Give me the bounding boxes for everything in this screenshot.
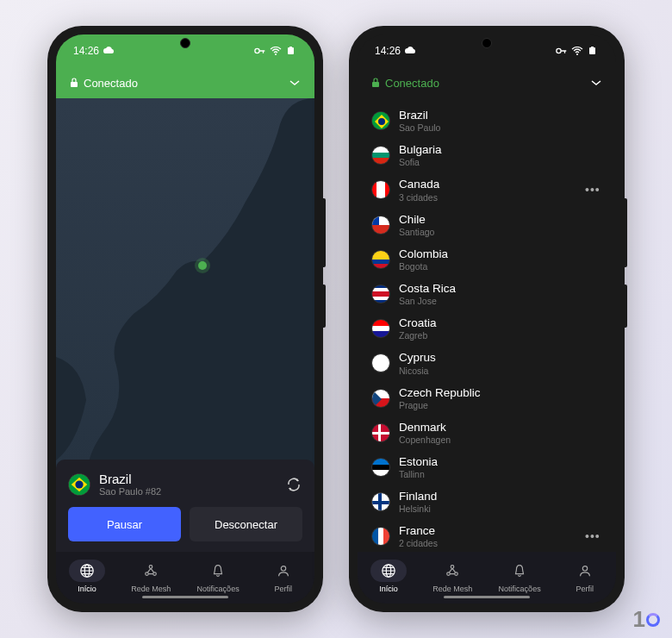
chevron-down-icon[interactable] <box>590 79 602 86</box>
flag-brazil-icon <box>68 473 90 496</box>
country-item[interactable]: Czech RepublicPrague <box>366 381 607 416</box>
flag-co-icon <box>371 250 390 269</box>
flag-hr-icon <box>371 319 390 338</box>
country-name: Czech Republic <box>399 386 602 400</box>
svg-point-7 <box>75 480 83 488</box>
profile-icon <box>276 563 291 579</box>
vpn-key-icon <box>254 47 266 55</box>
country-sub: Zagreb <box>399 330 602 341</box>
svg-rect-16 <box>589 47 595 54</box>
svg-point-10 <box>150 565 153 568</box>
country-name: Denmark <box>399 421 602 435</box>
more-options-icon[interactable]: ••• <box>585 183 602 197</box>
country-name: Estonia <box>399 455 602 469</box>
country-name: Finland <box>399 490 602 504</box>
country-sub: Copenhagen <box>399 435 602 445</box>
nav-mesh[interactable]: Rede Mesh <box>124 556 177 597</box>
svg-rect-2 <box>288 47 294 54</box>
nav-notifications[interactable]: Notificações <box>190 556 246 597</box>
vpn-status-icon <box>103 47 115 55</box>
wifi-icon <box>571 47 583 55</box>
more-options-icon[interactable]: ••• <box>585 529 602 543</box>
country-item[interactable]: France2 cidades••• <box>366 519 607 552</box>
country-item[interactable]: BrazilSao Paulo <box>366 103 607 138</box>
camera-cutout <box>482 38 492 48</box>
flag-cz-icon <box>371 389 390 408</box>
flag-cl-icon <box>371 216 390 235</box>
profile-icon <box>577 563 593 579</box>
screen-left: 14:26 Conectado <box>56 34 314 604</box>
flag-bg-icon <box>371 146 390 165</box>
svg-point-24 <box>451 565 455 568</box>
svg-point-14 <box>557 48 561 53</box>
camera-cutout <box>180 38 190 48</box>
country-item[interactable]: FinlandHelsinki <box>366 485 607 519</box>
nav-mesh[interactable]: Rede Mesh <box>426 556 479 597</box>
flag-dk-icon <box>371 423 390 442</box>
country-sub: Tallinn <box>399 469 602 479</box>
nav-home[interactable]: Início <box>62 556 112 597</box>
connection-card: Brazil Sao Paulo #82 Pausar Desconectar <box>56 460 314 552</box>
status-time: 14:26 <box>375 45 401 57</box>
battery-icon <box>285 47 297 55</box>
country-sub: Santiago <box>399 227 602 237</box>
map-area[interactable] <box>56 98 314 468</box>
nav-notifications[interactable]: Notificações <box>492 556 548 597</box>
home-indicator[interactable] <box>142 596 228 598</box>
connected-country: Brazil <box>99 472 277 486</box>
country-item[interactable]: Canada3 cidades••• <box>366 172 607 207</box>
globe-icon <box>381 563 396 579</box>
map-landmass <box>56 98 314 468</box>
country-item[interactable]: ColombiaBogota <box>366 242 607 277</box>
country-sub: Sofia <box>399 157 602 167</box>
country-sub: Helsinki <box>399 504 602 514</box>
flag-fi-icon <box>371 492 390 511</box>
connected-server: Sao Paulo #82 <box>99 486 277 497</box>
svg-rect-17 <box>591 47 594 47</box>
nav-profile[interactable]: Perfil <box>258 556 308 597</box>
svg-point-21 <box>378 118 385 125</box>
globe-icon <box>79 563 95 579</box>
country-item[interactable]: CroatiaZagreb <box>366 311 607 346</box>
chevron-down-icon[interactable] <box>289 79 301 86</box>
country-sub: Bogota <box>399 261 602 272</box>
connection-header[interactable]: Conectado <box>56 67 314 98</box>
flag-br-icon <box>371 111 390 130</box>
home-indicator[interactable] <box>444 596 530 598</box>
country-item[interactable]: BulgariaSofia <box>366 138 607 172</box>
svg-point-0 <box>255 48 259 53</box>
lock-icon <box>371 78 380 88</box>
flag-ca-icon <box>371 180 390 199</box>
refresh-icon[interactable] <box>285 476 302 493</box>
country-item[interactable]: DenmarkCopenhagen <box>366 416 607 450</box>
vpn-status-icon <box>404 47 416 55</box>
bell-icon <box>210 563 226 579</box>
nav-home[interactable]: Início <box>364 556 414 597</box>
country-name: Brazil <box>399 109 602 122</box>
svg-rect-18 <box>372 82 379 87</box>
svg-point-15 <box>576 53 578 55</box>
connection-header[interactable]: Conectado <box>358 67 616 98</box>
country-item[interactable]: EstoniaTallinn <box>366 450 607 485</box>
country-item[interactable]: CyprusNicosia <box>366 346 607 380</box>
svg-point-13 <box>281 566 285 570</box>
country-list[interactable]: BrazilSao PauloBulgariaSofiaCanada3 cida… <box>358 98 616 552</box>
mesh-icon <box>143 563 159 579</box>
svg-rect-3 <box>289 47 292 47</box>
nav-profile[interactable]: Perfil <box>560 556 610 597</box>
country-name: Cyprus <box>399 351 602 365</box>
battery-icon <box>587 47 599 55</box>
country-name: Chile <box>399 213 602 227</box>
pause-button[interactable]: Pausar <box>68 507 181 541</box>
country-name: Croatia <box>399 316 602 330</box>
svg-point-11 <box>146 572 149 575</box>
watermark: 1 <box>633 606 660 633</box>
status-time: 14:26 <box>73 45 99 57</box>
flag-cy-icon <box>371 353 390 372</box>
disconnect-button[interactable]: Desconectar <box>190 507 302 541</box>
watermark-logo-icon <box>646 613 660 627</box>
country-item[interactable]: Costa RicaSan Jose <box>366 277 607 311</box>
country-item[interactable]: ChileSantiago <box>366 208 607 242</box>
svg-point-27 <box>582 566 587 570</box>
screen-right: 14:26 Conectado BrazilSao PauloBulgariaS… <box>358 34 616 604</box>
